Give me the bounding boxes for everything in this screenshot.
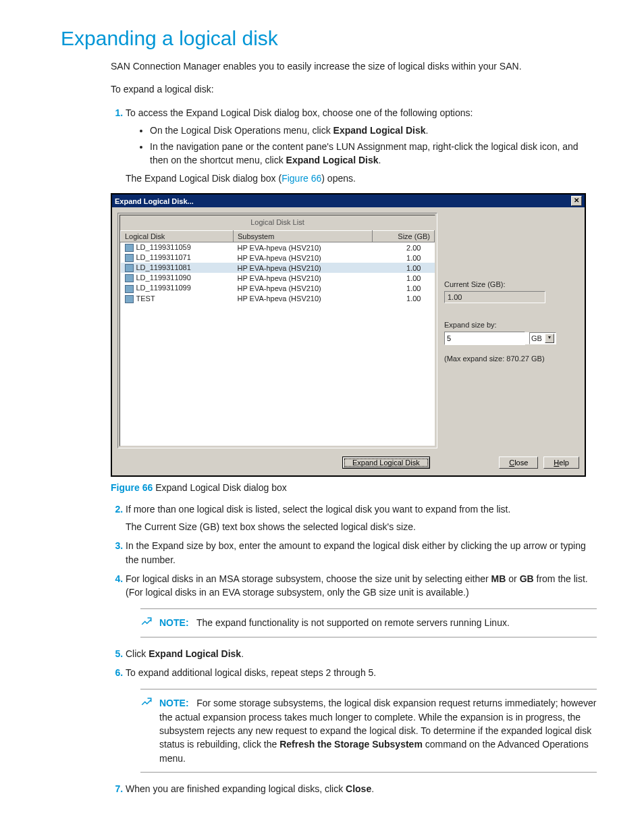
help-button[interactable]: Help (543, 457, 579, 469)
expand-logical-disk-button[interactable]: Expand Logical Disk (342, 457, 430, 469)
note-icon (140, 616, 153, 628)
size-unit-select[interactable]: GB ▼ (529, 332, 556, 344)
col-subsystem[interactable]: Subsystem (233, 231, 372, 242)
col-logical-disk[interactable]: Logical Disk (121, 231, 234, 242)
step-6: To expand additional logical disks, repe… (126, 666, 597, 773)
step-1-lead: To access the Expand Logical Disk dialog… (126, 107, 473, 118)
step-7: When you are finished expanding logical … (126, 782, 597, 796)
table-row[interactable]: LD_1199311059HP EVA-hpeva (HSV210)2.00 (121, 242, 435, 253)
max-expand-note: (Max expand size: 870.27 GB) (444, 355, 579, 363)
logical-disk-table[interactable]: Logical Disk Subsystem Size (GB) LD_1199… (120, 230, 435, 304)
intro-lead: To expand a logical disk: (111, 82, 597, 96)
logical-disk-icon (125, 264, 134, 272)
current-size-label: Current Size (GB): (444, 280, 579, 288)
note-icon (140, 696, 153, 708)
logical-disk-icon (125, 254, 134, 262)
logical-disk-icon (125, 244, 134, 252)
step-3: In the Expand size by box, enter the amo… (126, 539, 597, 567)
note-2: NOTE: For some storage subsystems, the l… (140, 689, 597, 772)
step-4: For logical disks in an MSA storage subs… (126, 572, 597, 637)
col-size[interactable]: Size (GB) (373, 231, 435, 242)
expand-size-label: Expand size by: (444, 321, 579, 329)
table-row[interactable]: TESTHP EVA-hpeva (HSV210)1.00 (121, 294, 435, 304)
figure-link[interactable]: Figure 66 (281, 173, 321, 184)
step-1-bullet-1: On the Logical Disk Operations menu, cli… (150, 124, 597, 137)
table-row[interactable]: LD_1199311099HP EVA-hpeva (HSV210)1.00 (121, 283, 435, 293)
expand-size-input[interactable] (445, 332, 542, 344)
page-title: Expanding a logical disk (61, 27, 597, 50)
step-5: Click Expand Logical Disk. (126, 647, 597, 660)
intro-text: SAN Connection Manager enables you to ea… (111, 59, 597, 73)
figure-caption: Figure 66 Expand Logical Disk dialog box (111, 482, 597, 493)
logical-disk-icon (125, 274, 134, 282)
table-row[interactable]: LD_1199311071HP EVA-hpeva (HSV210)1.00 (121, 253, 435, 263)
note-1: NOTE: The expand functionality is not su… (140, 608, 597, 637)
logical-disk-icon (125, 285, 134, 293)
list-panel-title: Logical Disk List (120, 215, 435, 230)
dialog-titlebar: Expand Logical Disk... ✕ (112, 194, 585, 207)
close-button[interactable]: Close (499, 457, 538, 469)
chevron-down-icon[interactable]: ▼ (545, 334, 554, 343)
logical-disk-icon (125, 295, 134, 303)
step-1-bullet-2: In the navigation pane or the content pa… (150, 140, 597, 167)
dialog-title: Expand Logical Disk... (115, 197, 194, 205)
expand-size-spinner[interactable]: ▲ ▼ (444, 332, 525, 345)
step-1-after: The Expand Logical Disk dialog box (Figu… (126, 172, 597, 185)
current-size-field: 1.00 (444, 291, 545, 303)
close-icon[interactable]: ✕ (571, 196, 582, 206)
table-row[interactable]: LD_1199311090HP EVA-hpeva (HSV210)1.00 (121, 273, 435, 283)
table-row[interactable]: LD_1199311081HP EVA-hpeva (HSV210)1.00 (121, 263, 435, 273)
step-2: If more than one logical disk is listed,… (126, 502, 597, 534)
expand-logical-disk-dialog: Expand Logical Disk... ✕ Logical Disk Li… (111, 193, 586, 477)
step-1: To access the Expand Logical Disk dialog… (126, 106, 597, 185)
